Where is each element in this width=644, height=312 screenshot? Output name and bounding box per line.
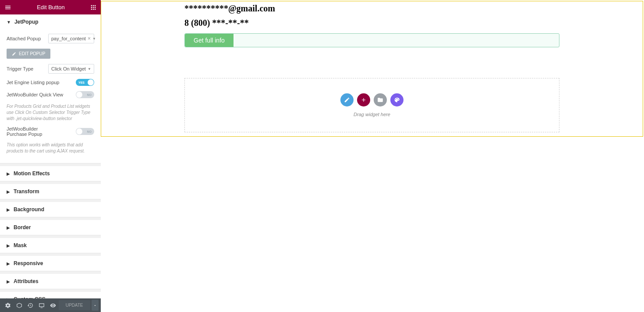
attached-popup-select[interactable]: pay_for_content × ▼ (48, 34, 94, 43)
drop-zone[interactable]: Drag widget here (184, 78, 559, 132)
quickview-help: For Products Grid and Product List widge… (7, 103, 94, 122)
caret-right-icon: ▶ (7, 261, 10, 266)
section-responsive-header[interactable]: ▶ Responsive (0, 256, 101, 271)
update-button[interactable]: UPDATE (59, 300, 90, 310)
svg-rect-2 (95, 5, 96, 6)
section-motion-header[interactable]: ▶ Motion Effects (0, 166, 101, 181)
section-attributes: ▶ Attributes (0, 274, 101, 289)
preview-icon[interactable] (47, 299, 59, 312)
page-title: Edit Button (37, 4, 65, 11)
section-responsive: ▶ Responsive (0, 256, 101, 271)
drag-widget-text: Drag widget here (354, 112, 390, 117)
svg-rect-0 (91, 5, 92, 6)
canvas-section[interactable]: **********@gmail.com 8 (800) ***-**-** G… (101, 1, 643, 137)
phone-text: 8 (800) ***-**-** (184, 18, 559, 28)
sidebar-content: ▼ JetPopup Attached Popup pay_for_conten… (0, 14, 101, 298)
navigator-icon[interactable] (14, 299, 25, 312)
section-background-header[interactable]: ▶ Background (0, 202, 101, 217)
section-attributes-header[interactable]: ▶ Attributes (0, 274, 101, 289)
purchase-toggle[interactable]: NO (76, 128, 94, 135)
history-icon[interactable] (25, 299, 36, 312)
canvas: **********@gmail.com 8 (800) ***-**-** G… (101, 0, 644, 312)
update-dropdown[interactable] (92, 300, 99, 311)
add-drop-icon[interactable] (357, 93, 370, 106)
svg-rect-5 (95, 7, 96, 7)
section-transform-header[interactable]: ▶ Transform (0, 184, 101, 199)
responsive-icon[interactable] (36, 299, 47, 312)
purchase-label: JetWooBuilder Purchase Popup (7, 126, 55, 137)
caret-right-icon: ▶ (7, 243, 10, 248)
jet-engine-label: Jet Engine Listing popup (7, 80, 59, 85)
svg-rect-3 (91, 7, 92, 7)
svg-rect-4 (93, 7, 94, 7)
caret-right-icon: ▶ (7, 171, 10, 176)
caret-right-icon: ▶ (7, 207, 10, 212)
folder-drop-icon[interactable] (374, 93, 387, 106)
caret-down-icon: ▼ (7, 20, 11, 25)
trigger-type-select[interactable]: Click On Widget ▼ (48, 64, 94, 74)
settings-icon[interactable] (2, 299, 14, 312)
purchase-help: This option works with widgets that add … (7, 142, 94, 154)
section-border: ▶ Border (0, 220, 101, 235)
section-motion: ▶ Motion Effects (0, 166, 101, 181)
edit-popup-button[interactable]: EDIT POPUP (7, 49, 50, 59)
caret-right-icon: ▶ (7, 189, 10, 194)
chevron-down-icon: ▼ (92, 37, 96, 41)
sidebar-footer: UPDATE (0, 298, 101, 312)
section-customcss: ▶ Custom CSS (0, 292, 101, 298)
clear-icon[interactable]: × (88, 35, 91, 42)
section-mask: ▶ Mask (0, 238, 101, 253)
jet-engine-toggle[interactable]: YES (76, 79, 94, 86)
trigger-type-label: Trigger Type (7, 66, 33, 71)
caret-right-icon: ▶ (7, 225, 10, 230)
get-full-info-button[interactable]: Get full info (185, 34, 234, 47)
button-container: Get full info (184, 33, 559, 47)
svg-rect-8 (95, 8, 96, 9)
sidebar-header: Edit Button (0, 0, 101, 14)
section-customcss-header[interactable]: ▶ Custom CSS (0, 292, 101, 298)
section-jetpopup-header[interactable]: ▼ JetPopup (0, 14, 101, 29)
caret-right-icon: ▶ (7, 279, 10, 284)
section-background: ▶ Background (0, 202, 101, 217)
svg-rect-1 (93, 5, 94, 6)
sidebar: Edit Button ▼ JetPopup Attached Popup pa… (0, 0, 101, 312)
edit-drop-icon[interactable] (340, 93, 354, 106)
section-jetpopup: ▼ JetPopup Attached Popup pay_for_conten… (0, 14, 101, 163)
svg-rect-6 (91, 8, 92, 9)
email-text: **********@gmail.com (184, 4, 559, 14)
theme-drop-icon[interactable] (390, 93, 403, 106)
section-transform: ▶ Transform (0, 184, 101, 199)
attached-popup-label: Attached Popup (7, 36, 41, 41)
chevron-down-icon: ▼ (88, 67, 91, 71)
section-border-header[interactable]: ▶ Border (0, 220, 101, 235)
section-mask-header[interactable]: ▶ Mask (0, 238, 101, 253)
menu-icon[interactable] (4, 4, 11, 11)
quickview-toggle[interactable]: NO (76, 91, 94, 98)
grid-icon[interactable] (90, 4, 96, 11)
quickview-label: JetWooBuilder Quick View (7, 92, 63, 97)
svg-rect-7 (93, 8, 94, 9)
